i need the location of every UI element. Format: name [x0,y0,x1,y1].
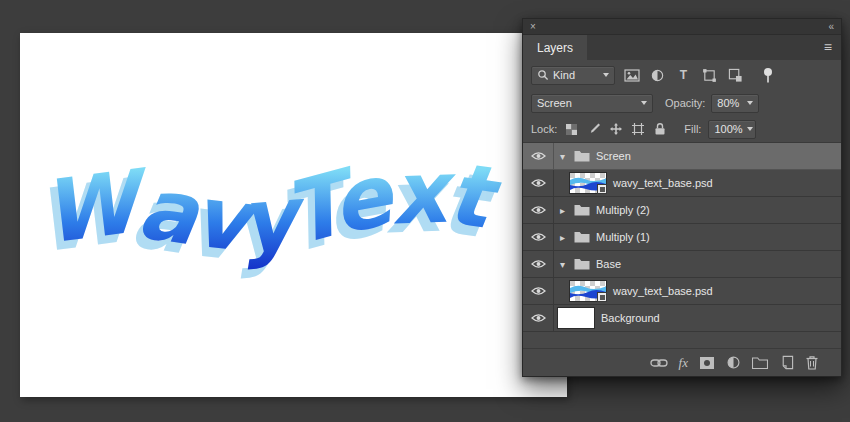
panel-menu-icon[interactable]: ≡ [824,38,832,56]
delete-layer-icon[interactable] [805,355,819,371]
filter-row: Kind T [523,60,841,90]
lock-all-icon[interactable] [652,122,667,137]
link-layers-icon[interactable] [650,355,668,371]
folder-icon [574,258,590,270]
eye-icon [531,151,546,161]
artwork-main-text: WavyText [37,141,507,272]
layer-content: ▾ Screen [554,143,841,169]
lock-label: Lock: [531,123,557,135]
layer-label: Multiply (2) [596,204,650,216]
eye-icon [531,178,546,188]
folder-icon [574,204,590,216]
tab-layers-label: Layers [537,41,573,55]
visibility-toggle[interactable] [523,170,554,196]
eye-icon [531,313,546,323]
layer-label: Screen [596,150,631,162]
kind-filter-label: Kind [553,69,575,81]
folder-icon [574,231,590,243]
smart-object-filter-icon[interactable] [726,66,745,85]
fill-value: 100% [714,123,742,135]
blend-mode-value: Screen [537,97,572,109]
layer-content: ▸ Multiply (1) [554,224,841,250]
new-group-icon[interactable] [752,355,768,371]
chevron-right-icon[interactable]: ▸ [557,205,568,216]
smart-object-badge-icon [597,292,607,302]
lock-row: Lock: [523,116,841,143]
opacity-dropdown[interactable]: 80% [711,94,759,113]
chevron-down-icon [747,127,753,131]
layer-content: ▾ Base [554,251,841,277]
chevron-down-icon [603,73,609,77]
chevron-down-icon[interactable]: ▾ [557,151,568,162]
new-adjustment-layer-icon[interactable] [726,355,741,371]
visibility-toggle[interactable] [523,251,554,277]
layer-thumbnail[interactable] [569,172,607,194]
panel-tab-row: Layers ≡ [523,35,841,60]
eye-icon [531,232,546,242]
filter-toggle-icon[interactable] [758,66,777,85]
chevron-right-icon[interactable]: ▸ [557,232,568,243]
layer-content: ▸ Multiply (2) [554,197,841,223]
new-layer-icon[interactable] [779,355,794,371]
visibility-toggle[interactable] [523,197,554,223]
document-canvas[interactable]: WavyText WavyText [20,33,567,397]
lock-position-icon[interactable] [608,122,623,137]
layer-row[interactable]: ▸ Multiply (1) [523,224,841,251]
layer-label: wavy_text_base.psd [613,177,713,189]
lock-pixels-icon[interactable] [586,122,601,137]
layer-thumbnail[interactable] [569,280,607,302]
shape-layer-filter-icon[interactable] [700,66,719,85]
layer-content: wavy_text_base.psd [554,170,841,196]
layer-label: wavy_text_base.psd [613,285,713,297]
smart-object-badge-icon [597,184,607,194]
chevron-down-icon[interactable]: ▾ [557,259,568,270]
layers-panel: × « Layers ≡ Kind [522,18,842,377]
layer-list: ▾ Screen wav [523,143,841,332]
layer-row[interactable]: Background [523,305,841,332]
photoshop-workspace: WavyText WavyText × « Layers ≡ Ki [0,0,850,422]
visibility-toggle[interactable] [523,224,554,250]
blend-mode-dropdown[interactable]: Screen [531,94,653,113]
visibility-toggle[interactable] [523,143,554,169]
fill-dropdown[interactable]: 100% [708,120,756,139]
chevron-down-icon [641,101,647,105]
layer-row[interactable]: ▾ Screen [523,143,841,170]
wavy-text-artwork: WavyText WavyText [20,33,567,397]
layer-label: Base [596,258,621,270]
collapse-panel-icon[interactable]: « [828,21,834,32]
eye-icon [531,286,546,296]
close-icon[interactable]: × [530,21,536,32]
opacity-label: Opacity: [665,97,705,109]
blend-row: Screen Opacity: 80% [523,90,841,116]
panel-bottom-bar: fx [523,348,841,376]
visibility-toggle[interactable] [523,278,554,304]
layer-row[interactable]: wavy_text_base.psd [523,278,841,305]
layer-row[interactable]: ▸ Multiply (2) [523,197,841,224]
pixel-layer-filter-icon[interactable] [622,66,641,85]
eye-icon [531,205,546,215]
layer-content: Background [554,305,841,331]
type-layer-filter-icon[interactable]: T [674,66,693,85]
adjustment-layer-filter-icon[interactable] [648,66,667,85]
lock-artboard-icon[interactable] [630,122,645,137]
add-layer-style-icon[interactable]: fx [679,355,688,371]
layer-label: Background [601,312,660,324]
layer-content: wavy_text_base.psd [554,278,841,304]
add-layer-mask-icon[interactable] [699,355,715,371]
layer-row[interactable]: ▾ Base [523,251,841,278]
search-icon [537,69,549,81]
layer-row[interactable]: wavy_text_base.psd [523,170,841,197]
eye-icon [531,259,546,269]
tab-layers[interactable]: Layers [523,35,587,60]
panel-title-strip: × « [523,19,841,35]
chevron-down-icon [747,101,753,105]
fill-label: Fill: [684,123,701,135]
opacity-value: 80% [717,97,739,109]
visibility-toggle[interactable] [523,305,554,331]
lock-transparency-icon[interactable] [564,122,579,137]
kind-filter-dropdown[interactable]: Kind [531,66,615,85]
folder-icon [574,150,590,162]
background-thumbnail[interactable] [557,307,595,329]
layer-label: Multiply (1) [596,231,650,243]
